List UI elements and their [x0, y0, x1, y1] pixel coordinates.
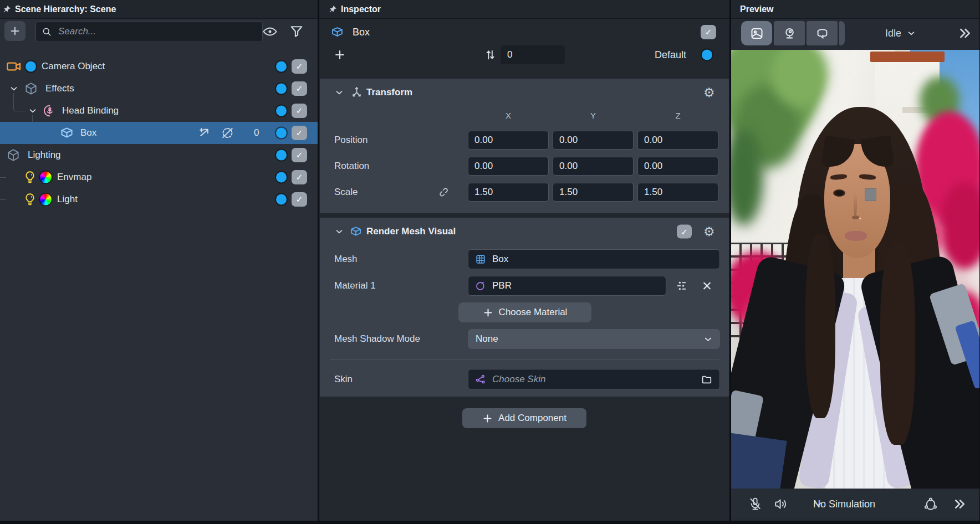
- axis-x-label: X: [468, 111, 549, 120]
- position-y-field[interactable]: 0.00: [553, 131, 634, 150]
- link-icon[interactable]: [437, 186, 450, 199]
- visibility-checkbox[interactable]: ✓: [292, 59, 307, 74]
- transform-axes-icon: [350, 86, 364, 100]
- speaker-icon[interactable]: [773, 496, 789, 512]
- shadow-mode-row: Mesh Shadow Mode None: [320, 329, 729, 349]
- tree-row-camera-object[interactable]: Camera Object ✓: [0, 55, 318, 78]
- skin-field[interactable]: Choose Skin: [468, 369, 720, 390]
- search-icon: [42, 27, 52, 37]
- chevron-down-icon[interactable]: [334, 88, 344, 97]
- chevron-down-icon[interactable]: [9, 84, 19, 94]
- tree-row-effects[interactable]: Effects ✓: [0, 78, 318, 100]
- expand-bar-icon[interactable]: [952, 497, 967, 512]
- chevron-down-icon: [906, 28, 916, 38]
- circle-slash-icon[interactable]: [220, 126, 235, 141]
- preview-panel: Preview Idle: [731, 0, 979, 521]
- axis-y-label: Y: [553, 111, 634, 120]
- folder-icon[interactable]: [701, 373, 713, 386]
- default-dot[interactable]: [702, 50, 712, 60]
- visibility-checkbox[interactable]: ✓: [292, 170, 307, 184]
- shadow-mode-select[interactable]: None: [468, 329, 720, 349]
- tree-row-envmap[interactable]: Envmap ✓: [0, 166, 318, 188]
- chevron-down-icon[interactable]: [28, 106, 38, 116]
- material-settings-icon[interactable]: [675, 279, 688, 293]
- image-preview-button[interactable]: [741, 21, 772, 45]
- search-box[interactable]: [35, 21, 263, 42]
- pin-icon: [2, 4, 12, 14]
- scale-y-field[interactable]: 1.50: [553, 183, 634, 202]
- transform-section: Transform ⚙ X Y Z Position 0.00 0.00 0.0…: [320, 79, 729, 213]
- tree-row-head-binding[interactable]: Head Binding ✓: [0, 100, 318, 122]
- scale-z-field[interactable]: 1.50: [637, 183, 718, 202]
- panel-title: Scene Hierarchy: Scene: [15, 4, 116, 14]
- plus-icon[interactable]: [334, 49, 346, 61]
- scene-hierarchy-panel: Scene Hierarchy: Scene: [0, 0, 318, 521]
- visibility-checkbox[interactable]: ✓: [292, 104, 307, 118]
- rotation-y-field[interactable]: 0.00: [553, 157, 634, 176]
- render-order-input[interactable]: [501, 45, 565, 64]
- position-row: Position 0.00 0.00 0.00: [320, 131, 729, 150]
- camera-preview[interactable]: [731, 50, 979, 489]
- chevron-down-icon[interactable]: [334, 227, 344, 237]
- rotation-z-field[interactable]: 0.00: [637, 157, 718, 176]
- position-z-field[interactable]: 0.00: [637, 131, 718, 150]
- expand-panel-icon[interactable]: [957, 25, 973, 41]
- pin-icon: [328, 4, 338, 14]
- mesh-value: Box: [492, 254, 508, 265]
- position-x-field[interactable]: 0.00: [468, 131, 549, 150]
- enabled-dot[interactable]: [276, 61, 287, 72]
- sleeve-stripe-blue: [731, 432, 787, 489]
- choose-material-button[interactable]: Choose Material: [458, 302, 591, 322]
- shadow-mode-value: None: [476, 333, 498, 345]
- preview-state-dropdown[interactable]: Idle: [885, 21, 916, 45]
- enabled-dot[interactable]: [276, 84, 287, 94]
- transform-section-header[interactable]: Transform ⚙: [320, 83, 729, 102]
- webcam-preview-button[interactable]: [774, 21, 805, 45]
- render-order-badge: 0: [254, 127, 259, 138]
- preview-bottom-bar: No Simulation: [731, 490, 979, 518]
- scale-x-field[interactable]: 1.50: [468, 183, 549, 202]
- material-field[interactable]: PBR: [468, 276, 666, 296]
- object-enabled-checkbox[interactable]: ✓: [701, 25, 716, 39]
- scene-tree: Camera Object ✓ Effects ✓: [0, 45, 318, 521]
- rotation-x-field[interactable]: 0.00: [468, 157, 549, 176]
- tree-row-box[interactable]: Box 0 ✓: [0, 122, 318, 144]
- simulation-dropdown[interactable]: No Simulation: [813, 490, 875, 518]
- enabled-dot[interactable]: [276, 106, 287, 116]
- visibility-checkbox[interactable]: ✓: [292, 192, 307, 207]
- nostrils: [852, 215, 859, 219]
- filter-icon[interactable]: [288, 23, 305, 40]
- render-order-icon[interactable]: [197, 126, 212, 141]
- add-object-button[interactable]: [4, 21, 25, 41]
- visibility-checkbox[interactable]: ✓: [292, 81, 307, 96]
- tree-row-lighting[interactable]: Lighting ✓: [0, 144, 318, 166]
- orbit-preview-button[interactable]: [807, 21, 838, 45]
- microphone-muted-icon[interactable]: [748, 497, 763, 512]
- scale-label: Scale: [334, 187, 358, 198]
- search-input[interactable]: [57, 25, 257, 38]
- tree-label: Box: [80, 127, 96, 138]
- scene-hierarchy-header: Scene Hierarchy: Scene: [0, 0, 318, 19]
- remove-material-icon[interactable]: [701, 280, 713, 292]
- visibility-checkbox[interactable]: ✓: [292, 126, 307, 140]
- gear-icon[interactable]: ⚙: [703, 86, 715, 99]
- add-component-label: Add Component: [498, 413, 566, 424]
- rmv-section-header[interactable]: Render Mesh Visual ✓ ⚙: [320, 222, 729, 241]
- gear-icon[interactable]: ⚙: [703, 225, 715, 238]
- lightbulb-icon: [23, 192, 37, 207]
- visibility-checkbox[interactable]: ✓: [292, 148, 307, 162]
- default-label: Default: [655, 49, 686, 61]
- add-component-button[interactable]: Add Component: [462, 408, 586, 428]
- enabled-dot[interactable]: [276, 128, 287, 138]
- rotation-row: Rotation 0.00 0.00 0.00: [320, 157, 729, 176]
- panel-title: Inspector: [341, 4, 381, 14]
- mesh-field[interactable]: Box: [468, 249, 720, 269]
- enabled-dot[interactable]: [276, 150, 287, 161]
- component-enabled-checkbox[interactable]: ✓: [677, 225, 692, 239]
- tree-row-light[interactable]: Light ✓: [0, 188, 318, 210]
- enabled-dot[interactable]: [276, 194, 287, 205]
- eye-icon[interactable]: [262, 23, 278, 40]
- sync-nodes-icon[interactable]: [923, 496, 938, 512]
- enabled-dot[interactable]: [276, 172, 287, 183]
- terracotta-roof: [870, 52, 945, 62]
